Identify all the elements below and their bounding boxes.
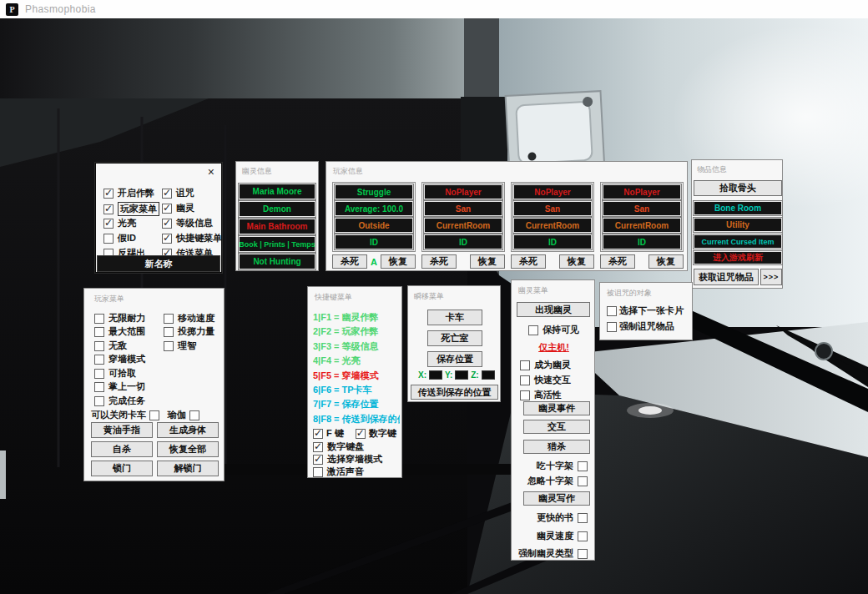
checkbox-player-menu[interactable]: 玩家菜单 — [103, 202, 159, 216]
checkbox-enable-cheats[interactable]: 开启作弊 — [103, 187, 154, 199]
checkbox[interactable] — [528, 325, 538, 335]
checkbox-brightness[interactable]: 光亮 — [103, 217, 136, 229]
y-coordinate-input[interactable] — [455, 370, 468, 380]
checkbox-sanity[interactable]: 理智 — [164, 340, 196, 352]
checkbox-become-ghost[interactable]: 成为幽灵 — [520, 359, 571, 371]
checkbox-pickup-all[interactable]: 可拾取 — [94, 367, 136, 380]
checkbox[interactable] — [94, 355, 104, 365]
kill-button[interactable]: 杀死 — [421, 254, 457, 269]
checkbox[interactable] — [103, 189, 114, 199]
death-room-button[interactable]: 死亡室 — [427, 330, 482, 346]
checkbox-faster-book[interactable]: 更快的书 — [537, 511, 588, 524]
checkbox[interactable] — [164, 341, 174, 351]
spawn-body-button[interactable]: 生成身体 — [157, 422, 219, 438]
restore-button[interactable]: 恢复 — [470, 254, 505, 269]
checkbox-force-ghost-type[interactable]: 强制幽灵类型 — [518, 547, 588, 560]
checkbox[interactable] — [520, 360, 530, 370]
close-truck-checkbox[interactable] — [149, 410, 159, 420]
checkbox[interactable] — [578, 461, 588, 471]
kill-button[interactable]: 杀死 — [600, 254, 635, 269]
get-cursed-item-button[interactable]: 获取诅咒物品 — [694, 269, 759, 285]
checkbox-select-next-card[interactable]: 选择下一张卡片 — [607, 305, 684, 317]
checkbox-fast-interact[interactable]: 快速交互 — [520, 374, 571, 386]
checkbox-stay-visible[interactable]: 保持可见 — [528, 324, 579, 336]
checkbox[interactable] — [94, 396, 104, 406]
checkbox-max-range[interactable]: 最大范围 — [94, 325, 145, 338]
checkbox-throw-power[interactable]: 投掷力量 — [164, 325, 214, 338]
checkbox-invincible[interactable]: 无敌 — [94, 340, 127, 352]
kill-button[interactable]: 杀死 — [332, 254, 367, 269]
checkbox-noclip[interactable]: 穿墙模式 — [94, 353, 145, 365]
checkbox[interactable] — [578, 476, 588, 486]
checkbox[interactable] — [94, 314, 104, 324]
pickup-bone-button[interactable]: 拾取骨头 — [694, 180, 782, 196]
checkbox-move-speed[interactable]: 移动速度 — [164, 312, 214, 325]
checkbox[interactable] — [578, 513, 588, 523]
checkbox[interactable] — [578, 549, 588, 559]
checkbox-numpad[interactable]: 数字键盘 — [313, 440, 364, 453]
checkbox[interactable] — [94, 341, 104, 351]
checkbox-high-activity[interactable]: 高活性 — [520, 389, 562, 401]
save-position-button[interactable]: 保存位置 — [427, 351, 482, 367]
checkbox[interactable] — [164, 314, 174, 324]
checkbox[interactable] — [520, 390, 530, 400]
checkbox[interactable] — [162, 234, 172, 244]
unlock-doors-button[interactable]: 解锁门 — [157, 461, 219, 476]
restore-button[interactable]: 恢复 — [559, 254, 594, 269]
checkbox[interactable] — [313, 467, 323, 477]
checkbox[interactable] — [103, 219, 114, 229]
checkbox[interactable] — [164, 327, 174, 337]
lock-doors-button[interactable]: 锁门 — [91, 461, 153, 476]
teleport-to-saved-button[interactable]: 传送到保存的位置 — [411, 385, 498, 400]
x-coordinate-input[interactable] — [429, 370, 442, 380]
checkbox-curse[interactable]: 诅咒 — [162, 187, 194, 199]
checkbox-complete-objectives[interactable]: 完成任务 — [94, 395, 145, 407]
checkbox[interactable] — [313, 442, 323, 452]
ghost-event-button[interactable]: 幽灵事件 — [523, 401, 590, 415]
checkbox-activate-sound[interactable]: 激活声音 — [313, 466, 364, 478]
number-keys-checkbox[interactable] — [356, 429, 366, 439]
checkbox-level-info[interactable]: 等级信息 — [162, 217, 213, 229]
checkbox[interactable] — [520, 375, 530, 385]
checkbox[interactable] — [313, 455, 323, 465]
checkbox-hold-everything[interactable]: 掌上一切 — [94, 380, 145, 393]
checkbox[interactable] — [103, 234, 114, 244]
kill-button[interactable]: 杀死 — [511, 254, 546, 269]
butter-fingers-button[interactable]: 黄油手指 — [91, 422, 153, 438]
checkbox[interactable] — [607, 322, 617, 332]
checkbox[interactable] — [94, 382, 104, 392]
checkbox[interactable] — [103, 204, 114, 214]
ghost-writing-button[interactable]: 幽灵写作 — [523, 491, 590, 506]
spawn-ghost-button[interactable]: 出现幽灵 — [517, 302, 590, 317]
close-icon[interactable]: × — [208, 166, 214, 178]
checkbox[interactable] — [607, 306, 617, 316]
checkbox[interactable] — [94, 369, 104, 379]
hunt-button[interactable]: 猎杀 — [523, 440, 590, 454]
suicide-button[interactable]: 自杀 — [91, 441, 153, 457]
checkbox-force-cursed-item[interactable]: 强制诅咒物品 — [607, 320, 674, 333]
interact-button[interactable]: 交互 — [523, 420, 590, 434]
checkbox-ghost-speed[interactable]: 幽灵速度 — [537, 530, 588, 542]
teleport-truck-button[interactable]: 卡车 — [427, 310, 482, 325]
checkbox[interactable] — [94, 327, 104, 337]
checkbox[interactable] — [162, 189, 172, 199]
new-name-button[interactable]: 新名称 — [97, 255, 220, 272]
checkbox-hotkey-menu[interactable]: 快捷键菜单 — [162, 232, 222, 244]
yoga-checkbox[interactable] — [189, 410, 199, 420]
z-coordinate-input[interactable] — [482, 370, 495, 380]
checkbox-ghost[interactable]: 幽灵 — [162, 202, 194, 214]
checkbox[interactable] — [162, 219, 172, 229]
checkbox-select-noclip-mode[interactable]: 选择穿墙模式 — [313, 453, 382, 466]
checkbox-infinite-stamina[interactable]: 无限耐力 — [94, 312, 145, 325]
checkbox[interactable] — [578, 531, 588, 541]
restore-button[interactable]: 恢复 — [648, 254, 684, 269]
checkbox-label: 开启作弊 — [118, 187, 154, 199]
checkbox-fake-id[interactable]: 假ID — [103, 232, 136, 244]
checkbox-eat-crucifix[interactable]: 吃十字架 — [537, 460, 588, 472]
f-keys-checkbox[interactable] — [313, 429, 323, 439]
more-button[interactable]: >>> — [760, 269, 782, 285]
restore-button[interactable]: 恢复 — [381, 254, 416, 269]
checkbox[interactable] — [162, 204, 172, 214]
restore-all-button[interactable]: 恢复全部 — [157, 441, 219, 457]
checkbox-ignore-crucifix[interactable]: 忽略十字架 — [527, 475, 588, 487]
